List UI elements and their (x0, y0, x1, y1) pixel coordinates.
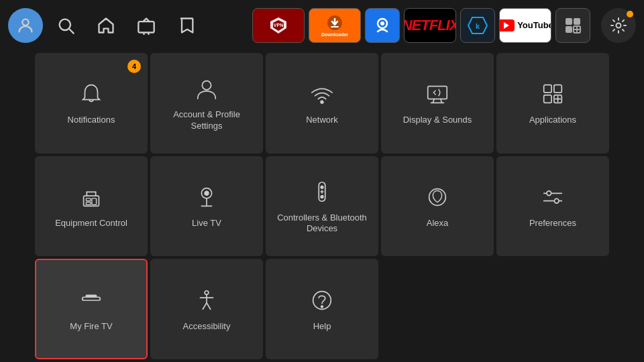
bell-icon (77, 80, 105, 108)
tile-display-sounds[interactable]: Display & Sounds (381, 53, 494, 154)
svg-rect-13 (566, 18, 572, 25)
svg-point-44 (429, 189, 446, 206)
tile-help-label: Help (313, 321, 331, 333)
svg-rect-33 (92, 198, 97, 205)
alexa-icon (423, 183, 451, 211)
svg-rect-49 (83, 297, 101, 300)
tile-account-label: Account & Profile Settings (157, 109, 256, 132)
app-tile-netflix[interactable]: NETFLIX (404, 8, 456, 43)
settings-notification-dot (627, 11, 633, 17)
tile-controllers-bluetooth[interactable]: Controllers & Bluetooth Devices (266, 156, 378, 257)
help-icon (308, 286, 336, 314)
svg-point-48 (554, 198, 559, 203)
svg-rect-22 (428, 86, 447, 99)
tile-preferences[interactable]: Preferences (496, 156, 609, 257)
tile-account-profile[interactable]: Account & Profile Settings (150, 53, 263, 154)
account-icon (193, 74, 221, 103)
tile-preferences-label: Preferences (529, 218, 576, 229)
fire-tv-icon (77, 286, 105, 314)
svg-rect-15 (566, 26, 572, 33)
search-button[interactable] (48, 8, 83, 43)
app-tile-kodi[interactable]: k (460, 8, 495, 43)
tile-equipment-control[interactable]: Equipment Control (35, 156, 148, 257)
antenna-icon (193, 183, 221, 211)
svg-point-20 (202, 81, 211, 90)
tile-applications[interactable]: Applications (496, 53, 609, 154)
youtube-logo: YouTube (499, 19, 551, 32)
settings-grid: 4 Notifications Account & Profile Settin… (0, 50, 644, 362)
tile-accessibility-label: Accessibility (183, 321, 231, 333)
svg-point-21 (321, 101, 323, 104)
tile-notifications-label: Notifications (68, 115, 115, 126)
app-tile-downloader[interactable]: Downloader (309, 8, 361, 43)
svg-point-47 (547, 191, 551, 196)
tile-help[interactable]: Help (266, 259, 378, 359)
tile-notifications[interactable]: 4 Notifications (35, 53, 148, 154)
app-tile-youtube[interactable]: YouTube (499, 8, 551, 43)
svg-rect-3 (138, 21, 154, 32)
svg-point-57 (321, 306, 323, 308)
svg-rect-24 (544, 85, 551, 93)
svg-rect-14 (574, 18, 580, 25)
tile-controllers-label: Controllers & Bluetooth Devices (272, 213, 372, 235)
svg-text:k: k (476, 22, 480, 30)
svg-point-43 (321, 195, 323, 198)
network-wifi-icon (308, 80, 336, 108)
tile-equipment-label: Equipment Control (55, 218, 127, 229)
display-icon (423, 80, 451, 108)
equipment-icon (77, 183, 105, 211)
tile-live-tv[interactable]: Live TV (150, 156, 263, 257)
accessibility-icon (193, 286, 221, 314)
svg-line-55 (207, 303, 211, 310)
avatar-button[interactable] (8, 8, 43, 43)
svg-rect-32 (86, 202, 91, 205)
bookmark-button[interactable] (169, 8, 204, 43)
svg-line-2 (69, 29, 73, 33)
applications-icon (539, 80, 567, 108)
tile-display-label: Display & Sounds (403, 115, 472, 126)
svg-rect-31 (86, 198, 91, 201)
app-tile-expressvpn[interactable]: VPN (252, 8, 305, 43)
tile-network[interactable]: Network (266, 53, 378, 154)
app-tile-grid[interactable] (555, 8, 590, 43)
svg-point-36 (205, 191, 209, 195)
tile-network-label: Network (306, 115, 338, 126)
tile-my-fire-tv-label: My Fire TV (70, 321, 112, 333)
live-tv-button[interactable] (129, 8, 164, 43)
tile-accessibility[interactable]: Accessibility (150, 259, 263, 359)
notification-badge: 4 (127, 60, 141, 73)
svg-point-40 (321, 186, 323, 188)
preferences-icon (539, 183, 567, 211)
tile-alexa[interactable]: Alexa (381, 156, 494, 257)
svg-rect-25 (554, 85, 561, 93)
top-navigation: VPN Downloader N (0, 0, 644, 50)
svg-rect-26 (544, 95, 551, 103)
tile-my-fire-tv[interactable]: My Fire TV (35, 259, 148, 359)
tile-alexa-label: Alexa (427, 218, 449, 229)
tile-live-tv-label: Live TV (192, 218, 221, 229)
tile-applications-label: Applications (529, 115, 576, 126)
svg-point-19 (616, 23, 621, 27)
svg-point-10 (380, 21, 384, 25)
svg-rect-50 (86, 295, 96, 296)
app-tile-blue[interactable] (365, 8, 400, 43)
svg-text:VPN: VPN (274, 23, 283, 27)
svg-line-54 (203, 303, 207, 310)
settings-button[interactable] (601, 8, 636, 43)
remote-icon (308, 178, 336, 206)
svg-point-0 (22, 19, 28, 25)
app-shortcuts-bar: VPN Downloader N (252, 8, 590, 43)
netflix-logo: NETFLIX (404, 17, 456, 34)
home-button[interactable] (89, 8, 123, 43)
